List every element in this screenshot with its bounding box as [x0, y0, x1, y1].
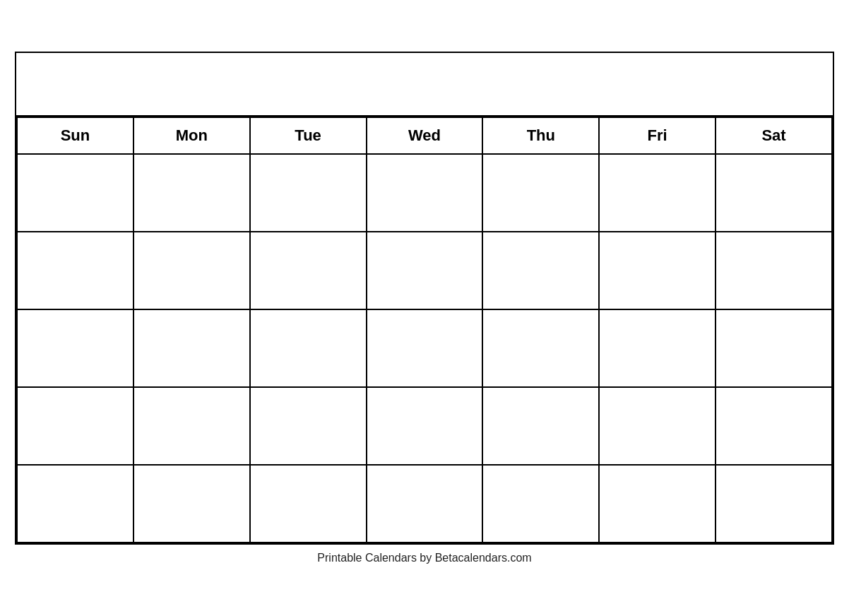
cell-w3-fri [599, 309, 716, 387]
cell-w3-sat [716, 309, 832, 387]
cell-w3-mon [133, 309, 250, 387]
header-thu: Thu [482, 117, 599, 154]
calendar-container: Sun Mon Tue Wed Thu Fri Sat [15, 52, 834, 545]
cell-w2-sat [716, 232, 832, 309]
calendar-table: Sun Mon Tue Wed Thu Fri Sat [16, 117, 833, 543]
cell-w1-tue [250, 154, 367, 232]
cell-w5-thu [482, 465, 599, 543]
cell-w4-fri [599, 387, 716, 465]
cell-w2-mon [133, 232, 250, 309]
cell-w3-tue [250, 309, 367, 387]
week-row-2 [17, 232, 832, 309]
cell-w4-sun [17, 387, 133, 465]
header-tue: Tue [250, 117, 367, 154]
cell-w2-thu [482, 232, 599, 309]
cell-w4-mon [133, 387, 250, 465]
header-fri: Fri [599, 117, 716, 154]
cell-w5-tue [250, 465, 367, 543]
cell-w5-mon [133, 465, 250, 543]
cell-w1-thu [482, 154, 599, 232]
cell-w3-sun [17, 309, 133, 387]
week-row-3 [17, 309, 832, 387]
calendar-wrapper: Sun Mon Tue Wed Thu Fri Sat [15, 52, 834, 564]
calendar-header-row: Sun Mon Tue Wed Thu Fri Sat [17, 117, 832, 154]
header-sat: Sat [716, 117, 832, 154]
header-wed: Wed [367, 117, 483, 154]
header-mon: Mon [133, 117, 250, 154]
week-row-4 [17, 387, 832, 465]
cell-w1-sun [17, 154, 133, 232]
cell-w5-fri [599, 465, 716, 543]
cell-w1-sat [716, 154, 832, 232]
cell-w5-sun [17, 465, 133, 543]
cell-w4-sat [716, 387, 832, 465]
week-row-5 [17, 465, 832, 543]
cell-w4-tue [250, 387, 367, 465]
cell-w3-thu [482, 309, 599, 387]
cell-w1-fri [599, 154, 716, 232]
cell-w4-wed [367, 387, 483, 465]
cell-w2-sun [17, 232, 133, 309]
cell-w3-wed [367, 309, 483, 387]
cell-w5-wed [367, 465, 483, 543]
calendar-title-row [16, 53, 833, 117]
week-row-1 [17, 154, 832, 232]
cell-w1-mon [133, 154, 250, 232]
cell-w2-wed [367, 232, 483, 309]
header-sun: Sun [17, 117, 133, 154]
cell-w2-fri [599, 232, 716, 309]
cell-w5-sat [716, 465, 832, 543]
cell-w2-tue [250, 232, 367, 309]
cell-w1-wed [367, 154, 483, 232]
footer-text: Printable Calendars by Betacalendars.com [317, 552, 531, 564]
cell-w4-thu [482, 387, 599, 465]
